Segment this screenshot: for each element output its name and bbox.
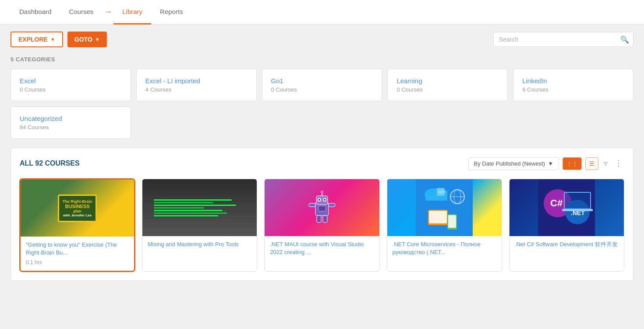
course-info-5: .Net C# Software Development 软件开发 — [510, 236, 624, 256]
course-thumbnail-4: </> — [387, 179, 502, 236]
category-name: LinkedIn — [522, 77, 624, 85]
svg-rect-10 — [317, 216, 321, 223]
svg-rect-8 — [309, 203, 315, 207]
filter-icon: ▿ — [604, 159, 608, 168]
search-input[interactable] — [493, 32, 633, 47]
course-name-3: .NET MAUI course with Visual Studio 2022… — [270, 241, 374, 256]
category-count: 0 Courses — [396, 86, 499, 93]
category-name: Go1 — [271, 77, 373, 85]
svg-point-7 — [321, 191, 323, 193]
svg-rect-13 — [416, 179, 473, 236]
list-icon: ☰ — [589, 160, 594, 167]
course-thumbnail-1: The Right-Brain BUSINESS plan with Jenni… — [21, 180, 134, 237]
tab-library[interactable]: Library — [113, 0, 151, 25]
mixer-graphic — [154, 199, 245, 216]
svg-text:</>: </> — [439, 189, 446, 195]
course-info-4: .NET Core Microservices - Полное руковод… — [387, 236, 502, 264]
course-name-4: .NET Core Microservices - Полное руковод… — [393, 241, 496, 256]
course-info-3: .NET MAUI course with Visual Studio 2022… — [265, 236, 379, 264]
course-name-1: "Getting to know you" Exercise (The Righ… — [26, 241, 129, 257]
filter-button[interactable]: ▿ — [602, 157, 609, 170]
courses-controls: By Date Published (Newest) ▼ ⋮⋮ ☰ ▿ ⋮ — [468, 157, 624, 170]
course-info-2: Mixing and Mastering with Pro Tools — [142, 236, 257, 256]
category-card-linkedin[interactable]: LinkedIn 8 Courses — [513, 69, 633, 101]
category-name: Uncategorized — [20, 115, 122, 122]
course-card-4[interactable]: </> — [387, 179, 502, 272]
svg-rect-32 — [565, 193, 590, 208]
course-thumbnail-5: C# .NET — [510, 179, 624, 236]
course-card-3[interactable]: .NET MAUI course with Visual Studio 2022… — [264, 179, 379, 272]
more-options-button[interactable]: ⋮ — [613, 157, 624, 170]
sort-dropdown[interactable]: By Date Published (Newest) ▼ — [468, 157, 559, 170]
explore-chevron-icon: ▼ — [50, 37, 55, 42]
toolbar: EXPLORE ▼ GOTO ▼ 🔍 — [11, 32, 633, 47]
nav-arrow: → — [104, 7, 112, 17]
category-card-go1[interactable]: Go1 0 Courses — [262, 69, 382, 101]
course-thumbnail-3 — [265, 179, 379, 236]
goto-button[interactable]: GOTO ▼ — [67, 32, 107, 47]
tab-courses[interactable]: Courses — [60, 0, 102, 25]
svg-rect-12 — [318, 206, 326, 211]
course-duration-1: 0.1 hrs — [26, 259, 129, 265]
dotnet-graphic: C# .NET — [538, 179, 595, 236]
course-card-1[interactable]: The Right-Brain BUSINESS plan with Jenni… — [20, 179, 135, 272]
category-name: Excel - LI imported — [145, 77, 248, 85]
courses-section: ALL 92 COURSES By Date Published (Newest… — [11, 148, 633, 281]
course-card-5[interactable]: C# .NET .Net C# Software Development 软件开… — [509, 179, 624, 272]
list-view-button[interactable]: ☰ — [585, 157, 598, 170]
main-content: EXPLORE ▼ GOTO ▼ 🔍 5 CATEGORIES Excel 0 … — [0, 25, 644, 288]
course-grid: The Right-Brain BUSINESS plan with Jenni… — [20, 179, 624, 272]
svg-rect-9 — [329, 203, 335, 207]
category-count: 84 Courses — [20, 124, 122, 131]
categories-row2: Uncategorized 84 Courses — [11, 106, 633, 139]
course-name-2: Mixing and Mastering with Pro Tools — [148, 241, 251, 248]
category-count: 4 Courses — [145, 86, 248, 93]
category-card-excel-li[interactable]: Excel - LI imported 4 Courses — [136, 69, 257, 101]
goto-chevron-icon: ▼ — [95, 37, 100, 42]
course-card-2[interactable]: Mixing and Mastering with Pro Tools — [142, 179, 257, 272]
svg-text:C#: C# — [550, 198, 563, 209]
category-name: Excel — [20, 77, 122, 85]
search-box: 🔍 — [493, 32, 633, 47]
courses-header: ALL 92 COURSES By Date Published (Newest… — [20, 157, 624, 170]
sort-chevron-icon: ▼ — [548, 160, 553, 167]
top-navigation: Dashboard Courses → Library Reports — [0, 0, 644, 25]
svg-point-5 — [324, 199, 326, 201]
grid-view-button[interactable]: ⋮⋮ — [563, 157, 582, 170]
categories-label: 5 CATEGORIES — [11, 56, 633, 63]
category-count: 0 Courses — [20, 86, 122, 93]
category-name: Learning — [396, 77, 499, 85]
tab-dashboard[interactable]: Dashboard — [11, 0, 60, 25]
robot-graphic — [307, 189, 337, 226]
grid-icon: ⋮⋮ — [566, 160, 578, 167]
microservices-graphic: </> — [416, 179, 473, 236]
explore-button[interactable]: EXPLORE ▼ — [11, 32, 63, 47]
category-card-learning[interactable]: Learning 0 Courses — [387, 69, 508, 101]
more-icon: ⋮ — [615, 159, 623, 168]
course-info-1: "Getting to know you" Exercise (The Righ… — [21, 237, 134, 271]
categories-grid: Excel 0 Courses Excel - LI imported 4 Co… — [11, 69, 633, 101]
toolbar-left: EXPLORE ▼ GOTO ▼ — [11, 32, 107, 47]
category-count: 0 Courses — [271, 86, 373, 93]
category-card-uncategorized[interactable]: Uncategorized 84 Courses — [11, 106, 131, 139]
course-name-5: .Net C# Software Development 软件开发 — [515, 241, 619, 248]
svg-point-4 — [318, 199, 320, 201]
svg-rect-11 — [323, 216, 327, 223]
svg-rect-20 — [429, 211, 447, 223]
category-count: 8 Courses — [522, 86, 624, 93]
search-icon: 🔍 — [620, 35, 629, 44]
courses-title: ALL 92 COURSES — [20, 159, 80, 167]
course-thumbnail-2 — [142, 179, 257, 236]
svg-rect-22 — [448, 215, 456, 228]
svg-rect-33 — [562, 209, 593, 211]
tab-reports[interactable]: Reports — [151, 0, 192, 25]
category-card-excel[interactable]: Excel 0 Courses — [11, 69, 131, 101]
